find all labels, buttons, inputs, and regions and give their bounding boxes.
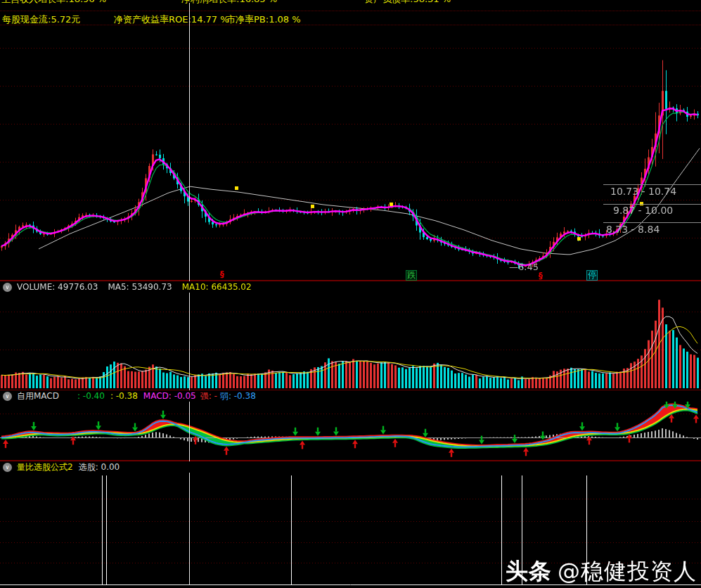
volume-panel-header: ∨VOLUME: 49776.03MA5: 53490.73MA10: 6643… [0, 281, 701, 293]
selector-panel-header: ∨量比选股公式2选股: 0.00 [0, 461, 701, 473]
header-segment: MA10: 66435.02 [182, 282, 252, 292]
watermark: 头条@稳健投资人 [506, 556, 697, 587]
watermark-handle: @稳健投资人 [558, 558, 697, 584]
price-level-line [603, 184, 701, 185]
event-tag: 停 [586, 270, 598, 281]
macd-chart-canvas[interactable] [0, 402, 701, 460]
dividend-mark-icon: § [539, 271, 543, 281]
info-text: 资产负债率:58.31 % [364, 0, 451, 4]
app-root: 主营收入增长率:18.96 %净利润增长率:16.85 %资产负债率:58.31… [0, 0, 701, 588]
header-segment: MACD: -0.05 [143, 391, 196, 401]
event-tag: 跌 [406, 270, 417, 281]
price-level-line [603, 222, 701, 223]
crosshair-line[interactable] [189, 3, 190, 585]
top-info-row-clipped: 主营收入增长率:18.96 %净利润增长率:16.85 %资产负债率:58.31… [0, 0, 701, 4]
info-text: 主营收入增长率:18.96 % [1, 0, 106, 4]
header-segment: 弱: -0.38 [220, 390, 256, 402]
top-info-row: 每股现金流:5.72元净资产收益率ROE:14.77 %市净率PB:1.08 % [0, 13, 701, 24]
header-segment: 自用MACD [17, 390, 59, 402]
price-level-label: 8.73 - 8.84 [606, 224, 660, 235]
header-segment: 选股: 0.00 [79, 461, 120, 473]
volume-chart-canvas[interactable] [0, 293, 701, 390]
collapse-chevron-icon[interactable]: ∨ [3, 392, 12, 401]
header-segment: : -0.40 [77, 391, 105, 401]
dividend-mark-icon: § [220, 269, 224, 279]
main-price-chart-canvas[interactable] [0, 25, 701, 280]
header-segment: : -0.38 [110, 391, 138, 401]
header-segment: VOLUME: 49776.03 [17, 282, 98, 292]
collapse-chevron-icon[interactable]: ∨ [3, 283, 12, 292]
divider-top [0, 11, 701, 11]
header-segment: 强: - [200, 390, 217, 402]
header-segment: MA5: 53490.73 [108, 282, 172, 292]
collapse-chevron-icon[interactable]: ∨ [3, 463, 12, 472]
info-text: 净利润增长率:16.85 % [181, 0, 277, 4]
price-level-label: 10.73 - 10.74 [610, 186, 676, 197]
price-level-label: 9.87 - 10.00 [613, 205, 673, 216]
watermark-brand: 头条 [506, 558, 552, 584]
low-price-label: —6.45 [509, 262, 539, 272]
header-segment: 量比选股公式2 [17, 461, 73, 473]
macd-panel-header: ∨自用MACD: -0.40: -0.38MACD: -0.05强: -弱: -… [0, 390, 701, 402]
